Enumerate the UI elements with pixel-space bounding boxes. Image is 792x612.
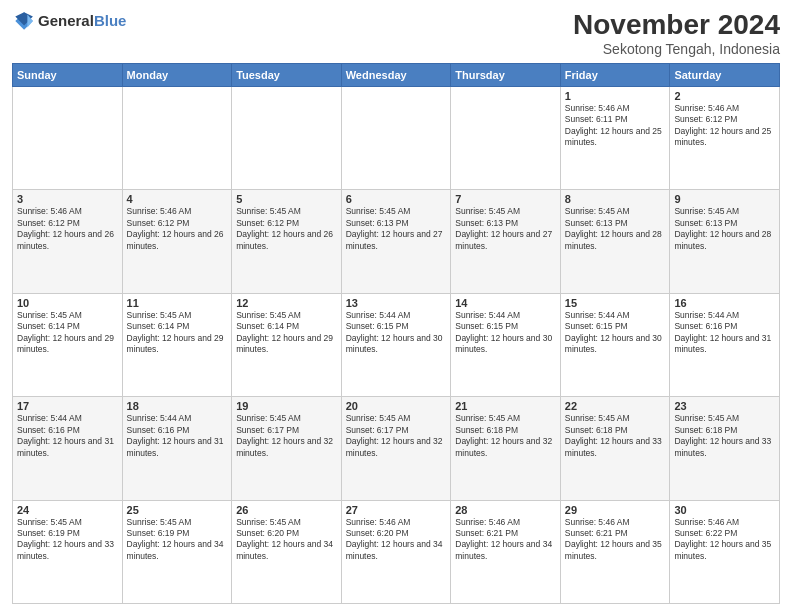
day-info: Sunrise: 5:46 AM Sunset: 6:22 PM Dayligh…: [674, 517, 775, 563]
day-number: 27: [346, 504, 447, 516]
day-number: 25: [127, 504, 228, 516]
day-info: Sunrise: 5:46 AM Sunset: 6:20 PM Dayligh…: [346, 517, 447, 563]
days-header-row: SundayMondayTuesdayWednesdayThursdayFrid…: [13, 63, 780, 86]
day-number: 30: [674, 504, 775, 516]
logo-icon: [12, 10, 34, 32]
day-number: 20: [346, 400, 447, 412]
day-header-monday: Monday: [122, 63, 232, 86]
day-number: 19: [236, 400, 337, 412]
calendar-cell: 7Sunrise: 5:45 AM Sunset: 6:13 PM Daylig…: [451, 190, 561, 293]
day-info: Sunrise: 5:45 AM Sunset: 6:17 PM Dayligh…: [236, 413, 337, 459]
day-header-sunday: Sunday: [13, 63, 123, 86]
day-info: Sunrise: 5:45 AM Sunset: 6:13 PM Dayligh…: [346, 206, 447, 252]
day-header-wednesday: Wednesday: [341, 63, 451, 86]
day-info: Sunrise: 5:44 AM Sunset: 6:15 PM Dayligh…: [455, 310, 556, 356]
calendar-cell: [451, 86, 561, 189]
day-number: 21: [455, 400, 556, 412]
day-number: 14: [455, 297, 556, 309]
calendar-cell: 22Sunrise: 5:45 AM Sunset: 6:18 PM Dayli…: [560, 397, 670, 500]
calendar-cell: [232, 86, 342, 189]
day-number: 18: [127, 400, 228, 412]
day-number: 23: [674, 400, 775, 412]
day-number: 10: [17, 297, 118, 309]
day-info: Sunrise: 5:45 AM Sunset: 6:17 PM Dayligh…: [346, 413, 447, 459]
main-title: November 2024: [573, 10, 780, 41]
day-number: 7: [455, 193, 556, 205]
calendar-cell: 5Sunrise: 5:45 AM Sunset: 6:12 PM Daylig…: [232, 190, 342, 293]
day-number: 3: [17, 193, 118, 205]
day-number: 26: [236, 504, 337, 516]
day-number: 16: [674, 297, 775, 309]
calendar-cell: 9Sunrise: 5:45 AM Sunset: 6:13 PM Daylig…: [670, 190, 780, 293]
day-number: 29: [565, 504, 666, 516]
week-row-2: 10Sunrise: 5:45 AM Sunset: 6:14 PM Dayli…: [13, 293, 780, 396]
calendar-cell: [341, 86, 451, 189]
day-info: Sunrise: 5:45 AM Sunset: 6:20 PM Dayligh…: [236, 517, 337, 563]
day-info: Sunrise: 5:46 AM Sunset: 6:21 PM Dayligh…: [455, 517, 556, 563]
calendar-cell: 4Sunrise: 5:46 AM Sunset: 6:12 PM Daylig…: [122, 190, 232, 293]
logo-general: General: [38, 13, 94, 30]
calendar-cell: [13, 86, 123, 189]
day-number: 13: [346, 297, 447, 309]
week-row-3: 17Sunrise: 5:44 AM Sunset: 6:16 PM Dayli…: [13, 397, 780, 500]
calendar-cell: 2Sunrise: 5:46 AM Sunset: 6:12 PM Daylig…: [670, 86, 780, 189]
logo: General Blue: [12, 10, 126, 32]
calendar-cell: 11Sunrise: 5:45 AM Sunset: 6:14 PM Dayli…: [122, 293, 232, 396]
week-row-0: 1Sunrise: 5:46 AM Sunset: 6:11 PM Daylig…: [13, 86, 780, 189]
calendar-cell: 3Sunrise: 5:46 AM Sunset: 6:12 PM Daylig…: [13, 190, 123, 293]
header: General Blue November 2024 Sekotong Teng…: [12, 10, 780, 57]
week-row-1: 3Sunrise: 5:46 AM Sunset: 6:12 PM Daylig…: [13, 190, 780, 293]
day-number: 8: [565, 193, 666, 205]
day-number: 9: [674, 193, 775, 205]
day-info: Sunrise: 5:44 AM Sunset: 6:16 PM Dayligh…: [127, 413, 228, 459]
day-number: 1: [565, 90, 666, 102]
calendar-cell: 15Sunrise: 5:44 AM Sunset: 6:15 PM Dayli…: [560, 293, 670, 396]
day-info: Sunrise: 5:44 AM Sunset: 6:16 PM Dayligh…: [17, 413, 118, 459]
day-info: Sunrise: 5:46 AM Sunset: 6:12 PM Dayligh…: [127, 206, 228, 252]
logo-blue: Blue: [94, 13, 127, 30]
day-info: Sunrise: 5:45 AM Sunset: 6:18 PM Dayligh…: [455, 413, 556, 459]
day-number: 12: [236, 297, 337, 309]
day-header-friday: Friday: [560, 63, 670, 86]
day-info: Sunrise: 5:45 AM Sunset: 6:13 PM Dayligh…: [455, 206, 556, 252]
calendar-cell: 25Sunrise: 5:45 AM Sunset: 6:19 PM Dayli…: [122, 500, 232, 603]
day-info: Sunrise: 5:44 AM Sunset: 6:15 PM Dayligh…: [565, 310, 666, 356]
day-number: 6: [346, 193, 447, 205]
day-number: 5: [236, 193, 337, 205]
calendar-table: SundayMondayTuesdayWednesdayThursdayFrid…: [12, 63, 780, 604]
day-info: Sunrise: 5:45 AM Sunset: 6:14 PM Dayligh…: [236, 310, 337, 356]
calendar-cell: 17Sunrise: 5:44 AM Sunset: 6:16 PM Dayli…: [13, 397, 123, 500]
day-info: Sunrise: 5:45 AM Sunset: 6:19 PM Dayligh…: [17, 517, 118, 563]
day-info: Sunrise: 5:46 AM Sunset: 6:11 PM Dayligh…: [565, 103, 666, 149]
week-row-4: 24Sunrise: 5:45 AM Sunset: 6:19 PM Dayli…: [13, 500, 780, 603]
day-number: 17: [17, 400, 118, 412]
day-number: 11: [127, 297, 228, 309]
day-number: 15: [565, 297, 666, 309]
calendar-cell: 16Sunrise: 5:44 AM Sunset: 6:16 PM Dayli…: [670, 293, 780, 396]
day-header-saturday: Saturday: [670, 63, 780, 86]
subtitle: Sekotong Tengah, Indonesia: [573, 41, 780, 57]
calendar-cell: 21Sunrise: 5:45 AM Sunset: 6:18 PM Dayli…: [451, 397, 561, 500]
day-info: Sunrise: 5:44 AM Sunset: 6:15 PM Dayligh…: [346, 310, 447, 356]
calendar-cell: 14Sunrise: 5:44 AM Sunset: 6:15 PM Dayli…: [451, 293, 561, 396]
day-info: Sunrise: 5:46 AM Sunset: 6:12 PM Dayligh…: [674, 103, 775, 149]
calendar-cell: 29Sunrise: 5:46 AM Sunset: 6:21 PM Dayli…: [560, 500, 670, 603]
day-info: Sunrise: 5:45 AM Sunset: 6:19 PM Dayligh…: [127, 517, 228, 563]
calendar-cell: 23Sunrise: 5:45 AM Sunset: 6:18 PM Dayli…: [670, 397, 780, 500]
day-number: 2: [674, 90, 775, 102]
calendar-cell: 10Sunrise: 5:45 AM Sunset: 6:14 PM Dayli…: [13, 293, 123, 396]
day-info: Sunrise: 5:46 AM Sunset: 6:12 PM Dayligh…: [17, 206, 118, 252]
day-info: Sunrise: 5:45 AM Sunset: 6:18 PM Dayligh…: [565, 413, 666, 459]
calendar-cell: 6Sunrise: 5:45 AM Sunset: 6:13 PM Daylig…: [341, 190, 451, 293]
calendar-cell: 19Sunrise: 5:45 AM Sunset: 6:17 PM Dayli…: [232, 397, 342, 500]
day-info: Sunrise: 5:45 AM Sunset: 6:14 PM Dayligh…: [17, 310, 118, 356]
day-header-thursday: Thursday: [451, 63, 561, 86]
calendar-cell: [122, 86, 232, 189]
day-info: Sunrise: 5:46 AM Sunset: 6:21 PM Dayligh…: [565, 517, 666, 563]
calendar-cell: 12Sunrise: 5:45 AM Sunset: 6:14 PM Dayli…: [232, 293, 342, 396]
day-info: Sunrise: 5:45 AM Sunset: 6:12 PM Dayligh…: [236, 206, 337, 252]
calendar-cell: 28Sunrise: 5:46 AM Sunset: 6:21 PM Dayli…: [451, 500, 561, 603]
calendar-cell: 20Sunrise: 5:45 AM Sunset: 6:17 PM Dayli…: [341, 397, 451, 500]
day-info: Sunrise: 5:44 AM Sunset: 6:16 PM Dayligh…: [674, 310, 775, 356]
day-number: 28: [455, 504, 556, 516]
